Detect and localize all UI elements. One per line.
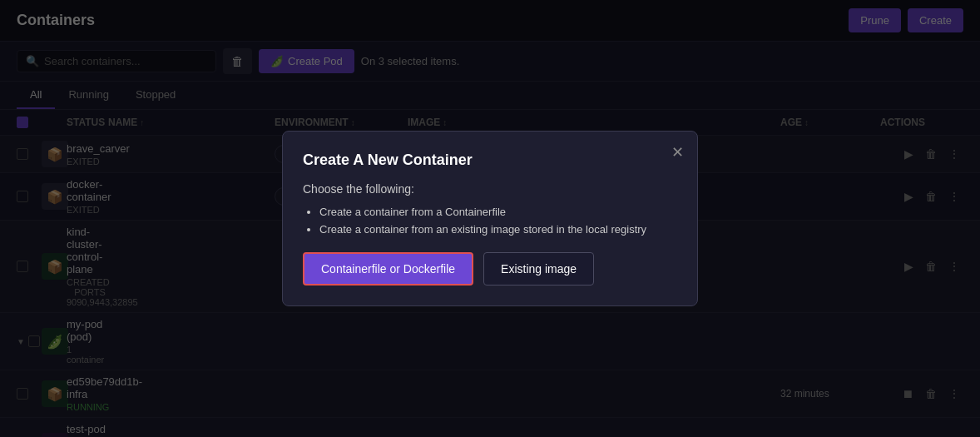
modal-option-1: Create a container from a Containerfile — [319, 206, 677, 218]
modal-title: Create A New Container — [303, 151, 677, 169]
modal-options-list: Create a container from a Containerfile … — [303, 206, 677, 236]
containerfile-button[interactable]: Containerfile or Dockerfile — [303, 252, 473, 286]
create-container-modal: Create A New Container ✕ Choose the foll… — [282, 131, 698, 306]
modal-overlay: Create A New Container ✕ Choose the foll… — [0, 0, 980, 437]
modal-close-button[interactable]: ✕ — [671, 143, 684, 161]
modal-option-2: Create a container from an existing imag… — [319, 223, 677, 236]
existing-image-button[interactable]: Existing image — [483, 252, 594, 286]
modal-buttons: Containerfile or Dockerfile Existing ima… — [303, 252, 677, 286]
modal-subtitle: Choose the following: — [303, 182, 677, 196]
